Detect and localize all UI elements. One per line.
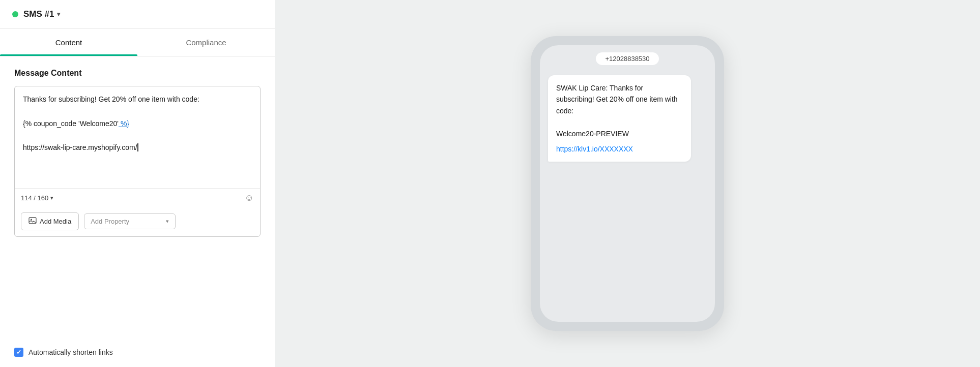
sms-bubble-text: SWAK Lip Care: Thanks for subscribing! G… (556, 84, 678, 138)
section-title: Message Content (14, 69, 261, 78)
sms-title-text: SMS #1 (23, 9, 54, 19)
svg-point-1 (31, 219, 32, 221)
left-panel: SMS #1 ▾ Content Compliance Message Cont… (0, 0, 275, 367)
svg-rect-0 (29, 218, 36, 224)
phone-messages: SWAK Lip Care: Thanks for subscribing! G… (540, 70, 715, 322)
char-count[interactable]: 114 / 160 ▾ (21, 194, 53, 202)
property-dropdown-arrow: ▾ (166, 218, 169, 225)
emoji-button[interactable]: ☺ (245, 193, 254, 203)
phone-number-badge: +12028838530 (596, 52, 658, 65)
sms-title[interactable]: SMS #1 ▾ (23, 9, 60, 19)
right-panel: +12028838530 SWAK Lip Care: Thanks for s… (275, 0, 980, 367)
checkmark-icon: ✓ (16, 349, 21, 356)
tab-content[interactable]: Content (0, 29, 137, 56)
auto-shorten-label: Automatically shorten links (28, 348, 113, 356)
title-dropdown-arrow[interactable]: ▾ (57, 11, 60, 18)
message-body[interactable]: Thanks for subscribing! Get 20% off one … (15, 86, 260, 188)
tab-active-underline (0, 54, 137, 56)
editor-actions: Add Media Add Property ▾ (15, 207, 260, 236)
content-area: Message Content Thanks for subscribing! … (0, 56, 275, 338)
auto-shorten-checkbox[interactable]: ✓ (14, 348, 23, 357)
char-count-caret: ▾ (50, 195, 53, 201)
add-media-label: Add Media (40, 218, 71, 225)
phone-status-bar: +12028838530 (540, 45, 715, 70)
add-property-label: Add Property (91, 218, 129, 225)
auto-shorten-row: ✓ Automatically shorten links (0, 338, 275, 367)
header-bar: SMS #1 ▾ (0, 0, 275, 29)
tabs: Content Compliance (0, 29, 275, 56)
sms-bubble: SWAK Lip Care: Thanks for subscribing! G… (548, 75, 691, 162)
phone-number-text: +12028838530 (605, 55, 649, 63)
editor-toolbar: 114 / 160 ▾ ☺ (15, 188, 260, 207)
char-count-text: 114 / 160 (21, 194, 48, 202)
add-property-button[interactable]: Add Property ▾ (84, 213, 176, 229)
tab-compliance[interactable]: Compliance (137, 29, 275, 56)
status-indicator (12, 11, 18, 17)
phone-mockup: +12028838530 SWAK Lip Care: Thanks for s… (531, 36, 724, 331)
add-media-button[interactable]: Add Media (21, 212, 79, 230)
phone-inner: +12028838530 SWAK Lip Care: Thanks for s… (540, 45, 715, 322)
sms-bubble-link: https://klv1.io/XXXXXXX (556, 143, 683, 155)
message-editor: Thanks for subscribing! Get 20% off one … (14, 86, 261, 237)
media-icon (28, 217, 37, 226)
